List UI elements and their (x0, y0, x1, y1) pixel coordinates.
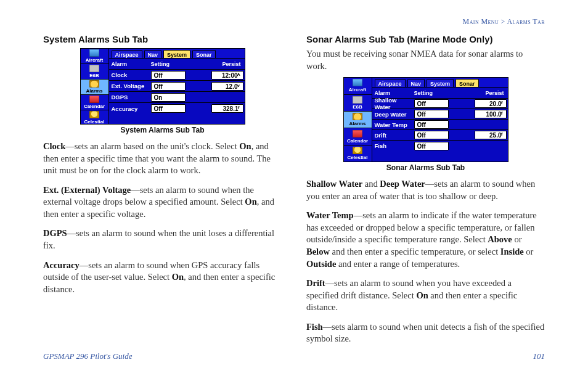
setting-field[interactable]: Off (151, 71, 186, 80)
tab-nav[interactable]: Nav (407, 79, 425, 87)
device-sidebar: Aircraft E6B Alarms Calendar Celestial (344, 78, 372, 162)
sidebar-item-celestial[interactable]: Celestial (81, 110, 108, 125)
table-row: Clock Off 12:00ᴬ (109, 70, 245, 81)
table-row: Drift Off 25.0ᶠ (372, 130, 508, 141)
col-alarm: Alarm (372, 90, 414, 96)
term: Water Temp (306, 210, 354, 220)
bold: On (416, 290, 428, 300)
sidebar-item-alarms[interactable]: Alarms (344, 112, 372, 128)
sonar-intro: You must be receiving sonar NMEA data fo… (306, 48, 545, 72)
desc-water: Shallow Water and Deep Water—sets an ala… (306, 178, 545, 202)
sidebar-item-label: Aircraft (349, 87, 366, 92)
tab-bar: Airspace Nav System Sonar (109, 49, 245, 59)
term: Accuracy (43, 260, 80, 270)
tab-system[interactable]: System (427, 79, 454, 87)
term: Ext. (External) Voltage (43, 185, 131, 195)
setting-field[interactable]: Off (151, 82, 186, 91)
body: —sets an alarm to sound when the unit lo… (43, 228, 274, 250)
value-field[interactable]: 12.0ᵛ (211, 82, 243, 91)
term: Drift (306, 278, 325, 288)
body: —sets an alarm based on the unit's clock… (65, 141, 239, 151)
breadcrumb: Main Menu > Alarms Tab (463, 17, 545, 27)
value-field[interactable]: 328.1ᶠ (211, 104, 243, 113)
bold: On (172, 272, 184, 282)
sidebar-item-label: Alarms (349, 121, 365, 126)
mid: or (512, 234, 522, 244)
setting-field[interactable]: Off (414, 131, 449, 139)
bold: On (245, 197, 256, 207)
tab-sonar[interactable]: Sonar (192, 50, 216, 58)
col-setting: Setting (414, 90, 449, 96)
body: —sets alarm to sound when unit detects a… (306, 322, 544, 344)
e6b-icon (89, 65, 99, 72)
alarm-icon (89, 80, 99, 88)
sidebar-item-aircraft[interactable]: Aircraft (81, 49, 108, 64)
term: Clock (43, 141, 65, 151)
setting-field[interactable]: Off (414, 99, 449, 108)
right-column: Sonar Alarms Sub Tab (Marine Mode Only) … (306, 34, 545, 353)
bold: Inside (500, 247, 524, 256)
desc-dgps: DGPS—sets an alarm to sound when the uni… (43, 227, 282, 252)
sidebar-item-e6b[interactable]: E6B (344, 95, 372, 112)
sidebar-item-e6b[interactable]: E6B (81, 64, 108, 80)
sidebar-item-label: Calendar (347, 138, 368, 144)
system-alarms-heading: System Alarms Sub Tab (43, 34, 282, 44)
desc-water-temp: Water Temp—sets an alarm to indicate if … (306, 210, 545, 270)
sidebar-item-aircraft[interactable]: Aircraft (344, 78, 372, 94)
globe-icon (353, 79, 362, 86)
tab-nav[interactable]: Nav (144, 50, 162, 58)
bold: On (239, 141, 251, 151)
setting-field[interactable]: On (151, 93, 186, 102)
sidebar-item-celestial[interactable]: Celestial (344, 145, 372, 162)
alarm-name: Deep Water (372, 111, 414, 118)
alarm-name: Accuracy (109, 105, 151, 112)
footer-guide: GPSMAP 296 Pilot's Guide (43, 351, 132, 361)
setting-field[interactable]: Off (414, 142, 449, 150)
page-number: 101 (533, 351, 545, 361)
tab-airspace[interactable]: Airspace (375, 79, 406, 87)
term: Fish (306, 322, 323, 332)
setting-field[interactable]: Off (414, 110, 449, 118)
joiner: and (362, 179, 380, 189)
breadcrumb-sep: > (501, 17, 505, 26)
alarm-name: Water Temp (372, 121, 414, 128)
alarm-icon (353, 113, 362, 120)
tail: and enter a range of temperatures. (336, 259, 460, 269)
value-field[interactable]: 25.0ᶠ (475, 131, 507, 139)
tab-system[interactable]: System (163, 50, 190, 58)
term: Deep Water (380, 179, 425, 189)
page-footer: GPSMAP 296 Pilot's Guide 101 (43, 351, 545, 361)
table-row: Accuracy Off 328.1ᶠ (109, 103, 245, 114)
sidebar-item-calendar[interactable]: Calendar (81, 95, 108, 110)
setting-field[interactable]: Off (151, 104, 186, 113)
celestial-icon (353, 147, 362, 154)
tab-sonar[interactable]: Sonar (455, 79, 479, 87)
celestial-icon (89, 111, 99, 118)
table-row: Deep Water Off 100.0ᶠ (372, 109, 508, 120)
mid: or (524, 247, 534, 256)
system-alarms-caption: System Alarms Sub Tab (43, 126, 282, 134)
alarm-name: Ext. Voltage (109, 83, 151, 89)
alarm-name: DGPS (109, 94, 151, 100)
sonar-alarms-heading: Sonar Alarms Sub Tab (Marine Mode Only) (306, 34, 545, 44)
bold: Outside (306, 259, 336, 269)
sidebar-item-label: Alarms (86, 88, 102, 94)
col-persist: Persist (186, 61, 245, 67)
alarm-name: Fish (372, 142, 414, 149)
value-field[interactable]: 20.0ᶠ (475, 99, 507, 108)
table-row: DGPS On (109, 92, 245, 103)
value-field[interactable]: 100.0ᶠ (475, 110, 507, 118)
sidebar-item-label: E6B (89, 73, 99, 78)
sidebar-item-label: Aircraft (86, 57, 103, 63)
left-column: System Alarms Sub Tab Aircraft E6B Alarm… (43, 34, 282, 353)
table-row: Shallow Water Off 20.0ᶠ (372, 99, 508, 109)
sidebar-item-alarms[interactable]: Alarms (81, 80, 108, 95)
value-field[interactable]: 12:00ᴬ (211, 71, 243, 80)
sonar-alarms-caption: Sonar Alarms Sub Tab (306, 163, 545, 172)
sidebar-item-calendar[interactable]: Calendar (344, 128, 372, 145)
tab-bar: Airspace Nav System Sonar (372, 78, 508, 88)
breadcrumb-left: Main Menu (463, 17, 499, 26)
setting-field[interactable]: Off (414, 120, 449, 129)
tab-airspace[interactable]: Airspace (112, 50, 142, 58)
desc-fish: Fish—sets alarm to sound when unit detec… (306, 321, 545, 345)
